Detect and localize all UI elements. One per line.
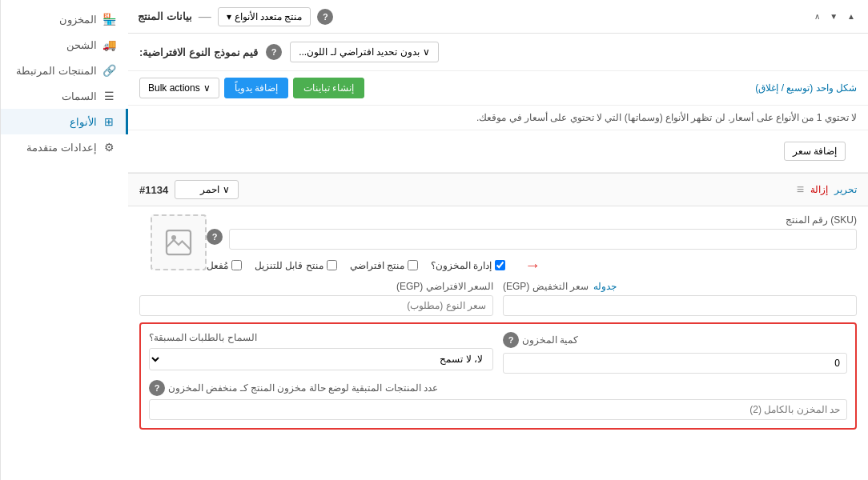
topbar-divider: —: [199, 10, 211, 24]
threshold-input[interactable]: [149, 399, 847, 420]
help-icon[interactable]: ?: [317, 9, 333, 25]
sku-input[interactable]: [229, 229, 857, 250]
highlighted-section: كمية المخزون ? السماح بالطلبات المسبقة؟ …: [139, 322, 857, 430]
arrow-indicator: →: [524, 256, 540, 274]
virtual-checkbox[interactable]: [408, 260, 418, 270]
grid-icon: ⊞: [102, 115, 116, 128]
defaults-select[interactable]: ∨ بدون تحديد افتراضي لـ اللون...: [290, 42, 438, 62]
virtual-checkbox-item[interactable]: منتج افتراضي: [350, 260, 418, 271]
list-icon: ☰: [102, 90, 116, 102]
stock-qty-help-icon[interactable]: ?: [503, 332, 519, 348]
sidebar-label-variations: الأنواع: [70, 116, 97, 128]
expand-link[interactable]: شكل واحد (توسيع / إغلاق): [755, 82, 857, 94]
enabled-checkbox[interactable]: [231, 260, 242, 270]
product-type-select[interactable]: منتج متعدد الأنواع ▾: [218, 7, 311, 26]
stock-qty-label-row: كمية المخزون ?: [503, 332, 847, 348]
stock-qty-label: كمية المخزون: [522, 334, 578, 346]
stock-backorders-row: كمية المخزون ? السماح بالطلبات المسبقة؟ …: [149, 332, 847, 374]
threshold-help-icon[interactable]: ?: [149, 380, 165, 396]
manage-stock-label: إدارة المخزون؟: [431, 260, 492, 271]
variation-color: احمر: [200, 184, 219, 195]
chevron-down-icon: ∨: [423, 46, 430, 58]
image-placeholder-icon: [164, 228, 193, 257]
defaults-section: ∨ بدون تحديد افتراضي لـ اللون... ? قيم ن…: [128, 34, 868, 71]
add-manually-btn[interactable]: إضافة يدوياً: [224, 78, 288, 98]
link-icon: 🔗: [102, 64, 116, 77]
defaults-help-icon[interactable]: ?: [266, 44, 282, 60]
backorders-label-row: السماح بالطلبات المسبقة؟: [149, 332, 493, 343]
variation-header: تحرير إزالة ≡ ∨ احمر #1134: [128, 173, 868, 206]
variation-image[interactable]: [151, 214, 207, 270]
page-title: بيانات المنتج: [138, 10, 192, 22]
sidebar-item-shipping[interactable]: 🚚 الشحن: [1, 32, 128, 58]
virtual-label: منتج افتراضي: [350, 260, 404, 271]
toolbar-left: شكل واحد (توسيع / إغلاق): [755, 82, 857, 94]
store-icon: 🏪: [102, 13, 116, 26]
variation-header-left: تحرير إزالة ≡: [797, 182, 857, 197]
remove-variation-btn[interactable]: إزالة: [810, 184, 828, 195]
regular-price-label: السعر الافتراضي (EGP): [139, 281, 493, 292]
sidebar-label-linked: المنتجات المرتبطة: [16, 65, 97, 77]
defaults-label: قيم نموذج النوع الافتراضية:: [139, 46, 258, 58]
bulk-actions-btn[interactable]: ∨ Bulk actions: [139, 78, 219, 98]
sidebar-item-linked[interactable]: 🔗 المنتجات المرتبطة: [1, 58, 128, 83]
sidebar-label-shipping: الشحن: [66, 39, 97, 51]
sale-price-field: جدوله سعر التخفيض (EGP): [503, 281, 857, 316]
add-price-btn[interactable]: إضافة سعر: [784, 142, 846, 161]
checkboxes-row: → إدارة المخزون؟ منتج افتراضي منتح قابل …: [207, 256, 857, 274]
chevron-down-icon: ∨: [203, 82, 211, 94]
enabled-label: مُفعل: [207, 260, 228, 271]
chevron-down-icon: ▾: [227, 11, 231, 22]
sidebar: 🏪 المخزون 🚚 الشحن 🔗 المنتجات المرتبطة ☰ …: [0, 0, 128, 480]
sku-field-group: (SKU) رقم المنتج: [229, 214, 857, 250]
variation-color-select[interactable]: ∨ احمر: [175, 180, 239, 199]
sidebar-label-general: المخزون: [59, 14, 97, 26]
topbar: ▲ ▼ ∧ ? منتج متعدد الأنواع ▾ — بيانات ال…: [128, 0, 868, 34]
edit-variation-btn[interactable]: تحرير: [834, 184, 857, 195]
sku-row: (SKU) رقم المنتج ?: [207, 214, 857, 250]
sale-price-input[interactable]: [503, 295, 857, 316]
toolbar-right: إنشاء تباينات إضافة يدوياً ∨ Bulk action…: [139, 78, 364, 98]
threshold-label-row: عدد المنتجات المتبقية لوضع حالة مخزون ال…: [149, 380, 847, 396]
backorders-col: السماح بالطلبات المسبقة؟ لا، لا تسمح: [149, 332, 493, 374]
topbar-right: ? منتج متعدد الأنواع ▾ — بيانات المنتج: [138, 7, 333, 26]
add-price-row: إضافة سعر: [128, 130, 868, 173]
sale-price-label: سعر التخفيض (EGP): [503, 281, 589, 292]
topbar-left: ▲ ▼ ∧: [811, 10, 858, 22]
threshold-field: عدد المنتجات المتبقية لوضع حالة مخزون ال…: [149, 380, 847, 420]
warning-row: لا تحتوي 1 من الأنواع على أسعار. لن تظهر…: [128, 106, 868, 130]
sidebar-item-attributes[interactable]: ☰ السمات: [1, 83, 128, 109]
variation-body: (SKU) رقم المنتج ? → إدارة المخزون؟ منتج…: [128, 206, 868, 444]
nav-down-btn[interactable]: ▼: [826, 10, 841, 22]
sidebar-label-advanced: إعدادات متقدمة: [26, 142, 97, 154]
create-variations-btn[interactable]: إنشاء تباينات: [293, 78, 364, 98]
manage-stock-checkbox-item[interactable]: إدارة المخزون؟: [431, 260, 505, 271]
regular-price-input[interactable]: [139, 295, 493, 316]
variation-id: #1134: [139, 184, 168, 196]
gear-icon: ⚙: [102, 141, 116, 154]
backorders-select[interactable]: لا، لا تسمح: [149, 348, 493, 370]
sku-help-icon[interactable]: ?: [207, 229, 223, 245]
enabled-checkbox-item[interactable]: مُفعل: [207, 260, 242, 271]
nav-up-btn[interactable]: ▲: [844, 10, 858, 22]
chevron-down-icon: ∨: [223, 184, 230, 195]
downloadable-label: منتح قابل للتنزيل: [255, 260, 323, 271]
price-row: جدوله سعر التخفيض (EGP) السعر الافتراضي …: [139, 281, 857, 316]
toolbar-row: شكل واحد (توسيع / إغلاق) إنشاء تباينات إ…: [128, 71, 868, 106]
schedule-link[interactable]: جدوله: [593, 281, 617, 292]
sidebar-item-general[interactable]: 🏪 المخزون: [1, 6, 128, 32]
bulk-actions-label: Bulk actions: [148, 82, 200, 94]
stock-qty-input[interactable]: [503, 353, 847, 374]
variation-header-right: ∨ احمر #1134: [139, 180, 239, 199]
nav-prev-btn[interactable]: ∧: [811, 10, 823, 22]
downloadable-checkbox[interactable]: [327, 260, 337, 270]
shipping-icon: 🚚: [102, 38, 116, 51]
sidebar-item-variations[interactable]: ⊞ الأنواع: [1, 109, 128, 134]
nav-arrows: ▲ ▼ ∧: [811, 10, 858, 22]
downloadable-checkbox-item[interactable]: منتح قابل للتنزيل: [255, 260, 337, 271]
drag-handle-icon[interactable]: ≡: [797, 182, 804, 197]
product-type-label: منتج متعدد الأنواع: [235, 11, 303, 22]
manage-stock-checkbox[interactable]: [495, 260, 505, 270]
sidebar-label-attributes: السمات: [62, 90, 97, 102]
sidebar-item-advanced[interactable]: ⚙ إعدادات متقدمة: [1, 134, 128, 160]
